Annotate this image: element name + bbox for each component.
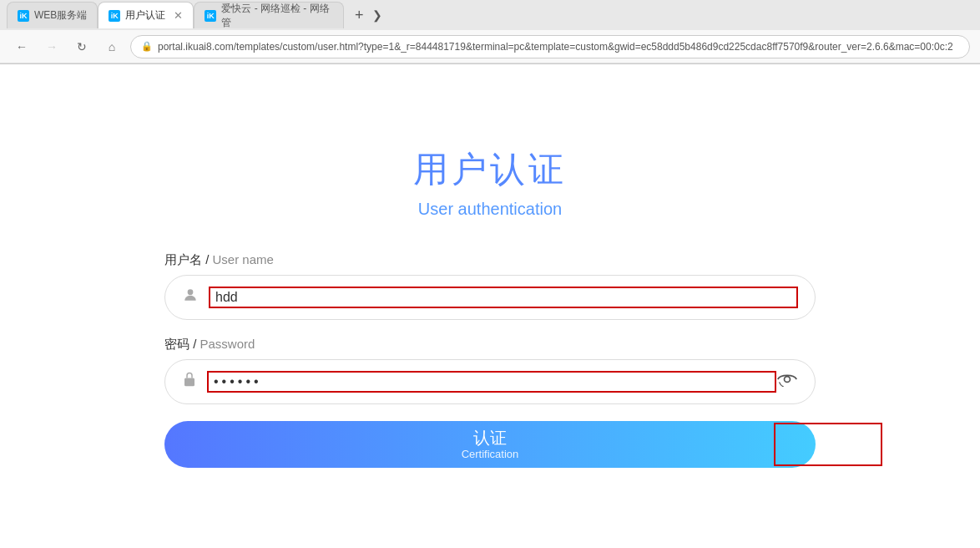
password-input-wrapper [164,359,816,404]
svg-rect-1 [184,378,194,387]
tab-label-2: 用户认证 [125,8,165,23]
certification-button[interactable]: 认证 Certification [164,421,816,468]
tab-add-button[interactable]: + [347,3,371,27]
tab-icon-3: iK [205,10,216,22]
user-icon [182,287,199,307]
tab-close-button[interactable]: ✕ [174,9,183,22]
username-label: 用户名 / User name [164,252,816,268]
cert-btn-content: 认证 Certification [462,428,519,461]
password-label: 密码 / Password [164,337,816,353]
refresh-button[interactable]: ↻ [70,35,93,58]
tab-bar: iK WEB服务端 iK 用户认证 ✕ iK 爱快云 - 网络巡检 - 网络管 … [0,0,980,30]
username-input[interactable] [209,287,798,308]
cert-btn-highlight-box [774,423,882,466]
lock-icon [182,371,197,392]
page-title-zh: 用户认证 [413,146,567,193]
tab-icon-1: iK [18,10,29,22]
password-input[interactable] [207,371,776,393]
tab-user-auth[interactable]: iK 用户认证 ✕ [98,2,194,28]
tab-cloud[interactable]: iK 爱快云 - 网络巡检 - 网络管 [194,2,344,28]
tab-web-server[interactable]: iK WEB服务端 [7,2,98,28]
tab-more-button[interactable]: ❯ [372,8,382,22]
back-button[interactable]: ← [10,35,33,58]
browser-chrome: iK WEB服务端 iK 用户认证 ✕ iK 爱快云 - 网络巡检 - 网络管 … [0,0,980,64]
tab-label-3: 爱快云 - 网络巡检 - 网络管 [221,2,333,30]
tab-icon-2: iK [109,10,120,22]
forward-button[interactable]: → [40,35,63,58]
url-box[interactable]: 🔒 portal.ikuai8.com/templates/custom/use… [130,35,970,58]
auth-form-container: 用户认证 User authentication 用户名 / User name… [164,146,816,468]
svg-point-2 [785,377,791,383]
url-lock-icon: 🔒 [141,41,153,52]
auth-form: 用户名 / User name 密码 / Password [164,252,816,468]
toggle-password-icon[interactable] [776,372,798,391]
tab-label-1: WEB服务端 [34,8,87,23]
address-bar: ← → ↻ ⌂ 🔒 portal.ikuai8.com/templates/cu… [0,30,980,63]
svg-point-0 [188,289,194,295]
cert-btn-label-zh: 认证 [473,428,507,448]
page-title-en: User authentication [418,200,562,219]
url-text: portal.ikuai8.com/templates/custom/user.… [158,41,953,53]
cert-btn-label-en: Certification [462,448,519,461]
page-content: 用户认证 User authentication 用户名 / User name… [0,64,980,548]
home-button[interactable]: ⌂ [100,35,124,58]
username-input-wrapper [164,275,816,320]
